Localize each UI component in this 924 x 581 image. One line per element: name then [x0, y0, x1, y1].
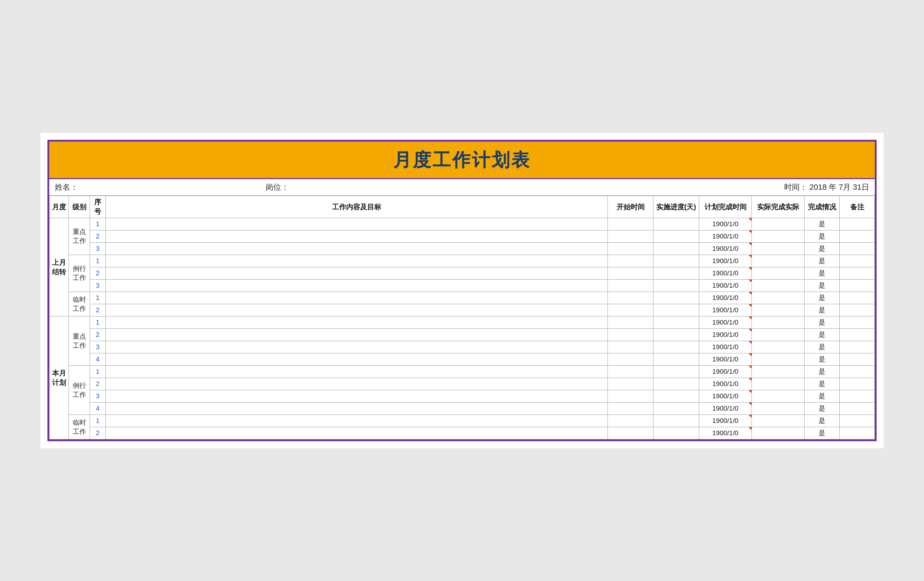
header-planned: 计划完成时间	[699, 196, 752, 218]
table-row: 21900/1/0是	[50, 378, 875, 390]
cell-planned: 1900/1/0	[699, 292, 752, 304]
table-row: 上月结转重点工作11900/1/0是	[50, 218, 875, 230]
cell-start	[608, 353, 653, 366]
cell-progress	[653, 403, 699, 415]
header-seq: 序号	[90, 196, 106, 218]
position-label: 岗位：	[266, 182, 462, 193]
cell-progress	[653, 267, 699, 280]
header-progress: 实施进度(天)	[653, 196, 699, 218]
cell-progress	[653, 243, 699, 255]
cell-remark	[840, 415, 875, 427]
cell-planned: 1900/1/0	[699, 329, 752, 341]
header-month: 月度	[50, 196, 69, 218]
cell-planned: 1900/1/0	[699, 390, 752, 403]
cell-remark	[840, 403, 875, 415]
cell-content	[106, 403, 608, 415]
cell-content	[106, 292, 608, 304]
info-row: 姓名： 岗位： 时间： 2018 年 7月 31日	[49, 179, 875, 196]
table-header-row: 月度 级别 序号 工作内容及目标 开始时间 实施进度(天) 计划完成时间 实际完…	[50, 196, 875, 218]
cell-status: 是	[805, 230, 840, 243]
cell-actual	[752, 329, 805, 341]
cell-content	[106, 218, 608, 230]
cell-content	[106, 366, 608, 378]
work-plan-table: 月度 级别 序号 工作内容及目标 开始时间 实施进度(天) 计划完成时间 实际完…	[49, 196, 875, 439]
header-status: 完成情况	[805, 196, 840, 218]
cell-planned: 1900/1/0	[699, 304, 752, 317]
cell-actual	[752, 267, 805, 280]
cell-progress	[653, 341, 699, 353]
cell-remark	[840, 255, 875, 267]
cell-planned: 1900/1/0	[699, 378, 752, 390]
cell-progress	[653, 329, 699, 341]
table-row: 临时工作11900/1/0是	[50, 292, 875, 304]
cell-seq: 3	[90, 243, 106, 255]
cell-status: 是	[805, 218, 840, 230]
cell-seq: 3	[90, 280, 106, 292]
cell-level: 例行工作	[69, 366, 90, 415]
cell-seq: 1	[90, 317, 106, 329]
table-row: 临时工作11900/1/0是	[50, 415, 875, 427]
cell-remark	[840, 390, 875, 403]
cell-actual	[752, 366, 805, 378]
cell-planned: 1900/1/0	[699, 317, 752, 329]
cell-start	[608, 230, 653, 243]
cell-actual	[752, 403, 805, 415]
cell-status: 是	[805, 280, 840, 292]
cell-level: 重点工作	[69, 317, 90, 366]
cell-start	[608, 403, 653, 415]
cell-progress	[653, 280, 699, 292]
cell-month: 本月计划	[50, 317, 69, 439]
cell-status: 是	[805, 427, 840, 439]
cell-seq: 1	[90, 366, 106, 378]
table-row: 31900/1/0是	[50, 341, 875, 353]
cell-content	[106, 390, 608, 403]
cell-content	[106, 243, 608, 255]
cell-start	[608, 243, 653, 255]
cell-remark	[840, 243, 875, 255]
cell-content	[106, 267, 608, 280]
cell-progress	[653, 255, 699, 267]
cell-progress	[653, 366, 699, 378]
cell-seq: 2	[90, 378, 106, 390]
table-row: 例行工作11900/1/0是	[50, 366, 875, 378]
cell-planned: 1900/1/0	[699, 403, 752, 415]
cell-level: 重点工作	[69, 218, 90, 255]
cell-status: 是	[805, 292, 840, 304]
page-title: 月度工作计划表	[49, 148, 875, 172]
cell-start	[608, 341, 653, 353]
cell-start	[608, 292, 653, 304]
cell-status: 是	[805, 415, 840, 427]
page-wrapper: 月度工作计划表 姓名： 岗位： 时间： 2018 年 7月 31日 月度 级别 …	[40, 133, 884, 448]
cell-actual	[752, 243, 805, 255]
cell-remark	[840, 230, 875, 243]
cell-status: 是	[805, 267, 840, 280]
cell-seq: 4	[90, 403, 106, 415]
cell-seq: 1	[90, 218, 106, 230]
cell-actual	[752, 292, 805, 304]
table-container: 月度工作计划表 姓名： 岗位： 时间： 2018 年 7月 31日 月度 级别 …	[48, 140, 876, 441]
table-row: 41900/1/0是	[50, 403, 875, 415]
cell-start	[608, 304, 653, 317]
cell-seq: 2	[90, 329, 106, 341]
table-row: 31900/1/0是	[50, 390, 875, 403]
header-level: 级别	[69, 196, 90, 218]
cell-status: 是	[805, 390, 840, 403]
header-remark: 备注	[840, 196, 875, 218]
cell-start	[608, 218, 653, 230]
cell-status: 是	[805, 317, 840, 329]
table-row: 21900/1/0是	[50, 427, 875, 439]
cell-remark	[840, 329, 875, 341]
cell-remark	[840, 292, 875, 304]
cell-content	[106, 230, 608, 243]
cell-content	[106, 255, 608, 267]
cell-remark	[840, 218, 875, 230]
cell-actual	[752, 353, 805, 366]
cell-progress	[653, 218, 699, 230]
cell-planned: 1900/1/0	[699, 218, 752, 230]
cell-progress	[653, 317, 699, 329]
table-row: 41900/1/0是	[50, 353, 875, 366]
cell-start	[608, 280, 653, 292]
cell-level: 临时工作	[69, 292, 90, 317]
cell-planned: 1900/1/0	[699, 427, 752, 439]
cell-progress	[653, 390, 699, 403]
